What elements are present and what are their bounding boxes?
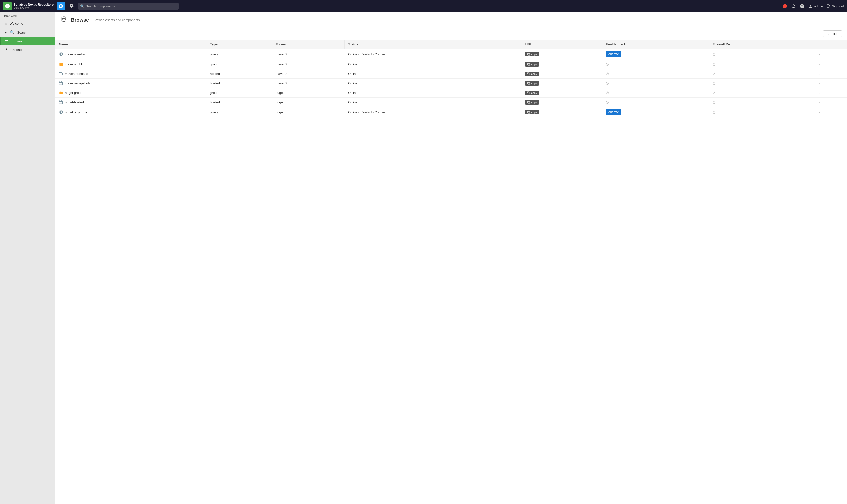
search-wrap: 🔍 <box>78 3 178 10</box>
repo-name-2: maven-releases <box>65 72 88 75</box>
health-check-na: ⊘ <box>606 100 609 104</box>
cell-health-3: ⊘ <box>602 78 709 88</box>
search-expand-arrow: ▶ <box>5 31 7 34</box>
firewall-na-2: ⊘ <box>712 72 715 76</box>
repo-type-icon-2 <box>59 72 63 76</box>
cell-firewall-0: ⊘ <box>709 49 815 59</box>
sidebar-item-welcome-label: Welcome <box>10 22 23 25</box>
sidebar-item-upload[interactable]: Upload <box>0 46 55 54</box>
brand: Sonatype Nexus Repository OSS 3.72.0-04 <box>3 2 53 10</box>
cell-type-1: group <box>206 59 272 69</box>
table-row: nuget.org-proxy proxy nuget Online - Rea… <box>55 107 847 118</box>
table-row: nuget-hosted hosted nuget Online copy ⊘ … <box>55 97 847 107</box>
cell-health-4: ⊘ <box>602 88 709 97</box>
copy-url-button-0[interactable]: copy <box>525 52 539 56</box>
cell-chevron-4: › <box>815 88 847 97</box>
firewall-na-0: ⊘ <box>712 52 715 56</box>
cell-health-5: ⊘ <box>602 97 709 107</box>
cell-chevron-1: › <box>815 59 847 69</box>
firewall-na-3: ⊘ <box>712 81 715 85</box>
sidebar-item-browse-label: Browse <box>11 39 22 43</box>
col-firewall-label: Firewall Re... <box>713 42 732 46</box>
row-expand-chevron-3[interactable]: › <box>818 81 820 85</box>
row-expand-chevron-5[interactable]: › <box>818 101 820 104</box>
row-expand-chevron-0[interactable]: › <box>818 52 820 56</box>
upload-icon <box>5 48 9 52</box>
cell-format-1: maven2 <box>272 59 345 69</box>
col-firewall[interactable]: Firewall Re... <box>709 40 815 49</box>
cell-status-1: Online <box>345 59 522 69</box>
row-expand-chevron-2[interactable]: › <box>818 72 820 76</box>
row-expand-chevron-1[interactable]: › <box>818 62 820 66</box>
copy-url-button-5[interactable]: copy <box>525 100 539 105</box>
sidebar-item-welcome[interactable]: ○ Welcome <box>0 19 55 28</box>
filter-button[interactable]: Filter <box>823 30 842 37</box>
refresh-icon[interactable] <box>791 3 796 8</box>
health-check-na: ⊘ <box>606 91 609 95</box>
search-input[interactable] <box>78 3 178 10</box>
repo-type-icon-4 <box>59 91 63 95</box>
cell-chevron-2: › <box>815 69 847 78</box>
analyze-button[interactable]: Analyze <box>606 109 621 115</box>
sidebar-section-title: Browse <box>0 12 55 19</box>
cell-type-2: hosted <box>206 69 272 78</box>
cell-format-4: nuget <box>272 88 345 97</box>
page-header-icon <box>60 16 67 24</box>
cell-url-0: copy <box>522 49 602 59</box>
filter-label: Filter <box>831 32 839 36</box>
cell-health-6: Analyze <box>602 107 709 118</box>
cell-name-1: maven-public <box>55 59 206 69</box>
repositories-table: Name ↑ Type Format Status <box>55 40 847 118</box>
sidebar-item-browse[interactable]: Browse <box>0 37 55 46</box>
alert-icon[interactable] <box>782 3 788 8</box>
row-expand-chevron-4[interactable]: › <box>818 91 820 95</box>
user-menu[interactable]: admin <box>808 4 823 8</box>
repo-name-6: nuget.org-proxy <box>65 110 88 114</box>
repo-name-5: nuget-hosted <box>65 101 84 104</box>
copy-url-button-2[interactable]: copy <box>525 72 539 76</box>
cell-url-6: copy <box>522 107 602 118</box>
row-expand-chevron-6[interactable]: › <box>818 110 820 114</box>
table-row: maven-public group maven2 Online copy ⊘ … <box>55 59 847 69</box>
repo-name-3: maven-snapshots <box>65 81 91 85</box>
cell-url-4: copy <box>522 88 602 97</box>
analyze-button[interactable]: Analyze <box>606 52 621 57</box>
cell-format-2: maven2 <box>272 69 345 78</box>
settings-icon[interactable] <box>68 2 75 10</box>
sidebar: Browse ○ Welcome ▶ 🔍 Search Browse Uploa… <box>0 12 55 504</box>
col-url-label: URL <box>525 42 532 46</box>
col-name[interactable]: Name ↑ <box>55 40 206 49</box>
cell-type-4: group <box>206 88 272 97</box>
cell-type-0: proxy <box>206 49 272 59</box>
cell-status-5: Online <box>345 97 522 107</box>
cell-type-6: proxy <box>206 107 272 118</box>
cell-url-5: copy <box>522 97 602 107</box>
copy-url-button-1[interactable]: copy <box>525 62 539 67</box>
cell-status-2: Online <box>345 69 522 78</box>
copy-url-button-4[interactable]: copy <box>525 91 539 95</box>
health-check-na: ⊘ <box>606 81 609 85</box>
firewall-na-5: ⊘ <box>712 100 715 104</box>
firewall-na-6: ⊘ <box>712 110 715 114</box>
help-icon[interactable] <box>799 3 805 8</box>
browse-icon <box>5 39 9 43</box>
signout-button[interactable]: Sign out <box>826 4 844 8</box>
cell-url-2: copy <box>522 69 602 78</box>
col-url[interactable]: URL <box>522 40 602 49</box>
copy-url-button-3[interactable]: copy <box>525 81 539 86</box>
brand-text: Sonatype Nexus Repository OSS 3.72.0-04 <box>14 3 53 9</box>
navbar-actions: admin Sign out <box>782 3 844 8</box>
table-row: maven-central proxy maven2 Online - Read… <box>55 49 847 59</box>
cell-format-0: maven2 <box>272 49 345 59</box>
col-health-check[interactable]: Health check <box>602 40 709 49</box>
col-status[interactable]: Status <box>345 40 522 49</box>
col-format-label: Format <box>276 42 287 46</box>
active-nav-icon[interactable] <box>56 2 65 10</box>
logo-icon <box>3 2 12 10</box>
copy-url-button-6[interactable]: copy <box>525 110 539 114</box>
col-type[interactable]: Type <box>206 40 272 49</box>
repo-type-icon-5 <box>59 100 63 105</box>
col-format[interactable]: Format <box>272 40 345 49</box>
table-wrap: Name ↑ Type Format Status <box>55 40 847 504</box>
sidebar-item-search[interactable]: ▶ 🔍 Search <box>0 28 55 37</box>
